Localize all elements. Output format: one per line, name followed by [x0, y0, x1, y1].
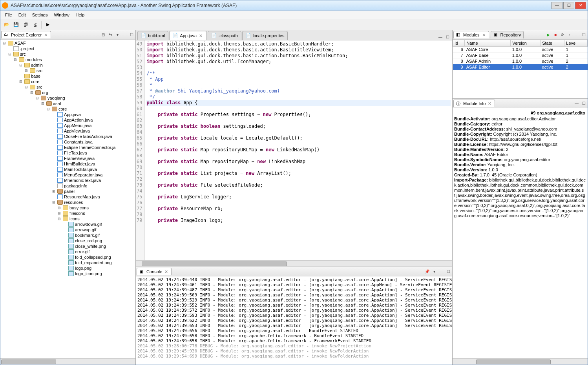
- editor-maximize-icon[interactable]: ☐: [444, 34, 451, 40]
- modules-tab[interactable]: ◧ Modules ✕: [453, 31, 489, 38]
- tree-node-appaction-java[interactable]: AppAction.java: [1, 117, 135, 123]
- maximize-view-icon[interactable]: ☐: [445, 269, 451, 275]
- maximize-view-icon[interactable]: ☐: [581, 100, 587, 107]
- tree-node-src[interactable]: ⊟src: [1, 51, 135, 57]
- tree-toggle-icon[interactable]: ⊞: [57, 206, 62, 210]
- tree-node-appmenu-java[interactable]: AppMenu.java: [1, 123, 135, 128]
- tree-node-close-red-png[interactable]: close_red.png: [1, 238, 135, 243]
- editor-tab-locale-properties[interactable]: 📄locale.properties: [242, 31, 288, 40]
- tree-node-busyicons[interactable]: ⊞busyicons: [1, 205, 135, 211]
- module-info-tab[interactable]: ⓘ Module Info ✕: [453, 100, 495, 107]
- collapse-all-icon[interactable]: ⊟: [100, 32, 106, 38]
- tree-node-fold-expanded-png[interactable]: fold_expanded.png: [1, 260, 135, 265]
- close-icon[interactable]: ✕: [164, 269, 169, 274]
- tree-node-org[interactable]: ⊟org: [1, 90, 135, 95]
- menu-window[interactable]: Window: [51, 12, 72, 18]
- project-explorer-tab[interactable]: 🗂 Project Explorer ✕: [1, 31, 51, 38]
- tree-node-modules[interactable]: ⊟modules: [1, 57, 135, 62]
- tree-node-resourcemap-java[interactable]: ResourceMap.java: [1, 194, 135, 200]
- console-menu-icon[interactable]: ▾: [431, 269, 437, 275]
- editor-tab-app-java[interactable]: 📄App.java✕: [169, 31, 207, 40]
- repository-tab[interactable]: ▣ Repository: [491, 31, 524, 38]
- tree-node-filetab-java[interactable]: FileTab.java: [1, 150, 135, 156]
- module-info-content[interactable]: #9 org.yaoqiang.asaf.edito Bundle-Activa…: [453, 108, 588, 358]
- tree-node-panel[interactable]: ⊞panel: [1, 189, 135, 194]
- tree-node-menuseparator-java[interactable]: MenuSeparator.java: [1, 172, 135, 178]
- tree-node-src[interactable]: ⊞src: [1, 68, 135, 73]
- minimize-view-icon[interactable]: —: [573, 32, 580, 38]
- tree-node-frameview-java[interactable]: FrameView.java: [1, 156, 135, 161]
- modules-table[interactable]: IdNameVersionStateLevel6ASAF Core1.0.0ac…: [453, 40, 588, 98]
- maximize-view-icon[interactable]: ☐: [581, 32, 587, 38]
- editor-tab-build-xml[interactable]: 📄build.xml: [137, 31, 168, 40]
- minimize-view-icon[interactable]: —: [121, 32, 128, 38]
- tree-node-constants-java[interactable]: Constants.java: [1, 139, 135, 145]
- maximize-view-icon[interactable]: ☐: [128, 32, 135, 38]
- tree-node-htmlbuilder-java[interactable]: HtmlBuilder.java: [1, 161, 135, 167]
- tree-toggle-icon[interactable]: ⊞: [24, 69, 29, 73]
- tree-node-admin[interactable]: ⊟admin: [1, 62, 135, 68]
- console-tab[interactable]: ▣ Console ✕: [137, 268, 172, 275]
- tree-node-fileicons[interactable]: ⊞fileicons: [1, 211, 135, 216]
- tree-node-appview-java[interactable]: AppView.java: [1, 128, 135, 134]
- tree-node-asaf[interactable]: ⊟asaf: [1, 101, 135, 106]
- editor-minimize-icon[interactable]: —: [437, 34, 444, 40]
- up-icon[interactable]: ↑: [566, 32, 573, 38]
- col-level[interactable]: Level: [564, 40, 588, 47]
- save-icon[interactable]: 💾: [12, 21, 20, 29]
- tree-node-bookmark-gif[interactable]: bookmark.gif: [1, 232, 135, 238]
- tree-toggle-icon[interactable]: ⊟: [46, 107, 51, 111]
- menu-file[interactable]: File: [2, 12, 15, 18]
- tree-node-maintoolbar-java[interactable]: MainToolBar.java: [1, 167, 135, 172]
- col-state[interactable]: State: [541, 40, 564, 47]
- tree-toggle-icon[interactable]: ⊟: [2, 41, 7, 45]
- tree-node-src[interactable]: ⊟src: [1, 84, 135, 90]
- code-editor[interactable]: 4950515253545556575859606162636465666768…: [136, 40, 452, 260]
- print-icon[interactable]: 🖨: [31, 21, 39, 29]
- tree-toggle-icon[interactable]: ⊞: [57, 211, 62, 215]
- maximize-button[interactable]: ☐: [563, 2, 574, 9]
- tree-node-app-java[interactable]: App.java: [1, 112, 135, 117]
- tree-node-fold-collapsed-png[interactable]: fold_collapsed.png: [1, 254, 135, 260]
- module-row-7[interactable]: 7ASAF Base1.0.0active1: [453, 53, 588, 58]
- tree-node-core[interactable]: ⊟core: [1, 79, 135, 84]
- tree-node-closefiletabsaction-java[interactable]: CloseFileTabsAction.java: [1, 134, 135, 139]
- open-icon[interactable]: 📂: [3, 21, 11, 29]
- tree-toggle-icon[interactable]: ⊟: [51, 200, 56, 204]
- console-output[interactable]: 2014.05.02 19:24:39:440 INFO - Module: o…: [136, 276, 452, 365]
- refresh-icon[interactable]: ⟳: [559, 32, 566, 38]
- close-icon[interactable]: ✕: [487, 101, 492, 106]
- tree-node-logo-png[interactable]: logo.png: [1, 265, 135, 271]
- view-menu-icon[interactable]: ▾: [114, 32, 121, 38]
- tree-node-core[interactable]: ⊟core: [1, 106, 135, 112]
- tree-node-close-white-png[interactable]: close_white.png: [1, 243, 135, 249]
- tree-toggle-icon[interactable]: ⊟: [13, 58, 18, 62]
- tree-node-yaoqiang[interactable]: ⊟yaoqiang: [1, 95, 135, 101]
- menu-settings[interactable]: Settings: [29, 12, 51, 18]
- module-row-6[interactable]: 6ASAF Core1.0.0active1: [453, 47, 588, 53]
- stop-icon[interactable]: ■: [552, 32, 559, 38]
- tree-node-arrowup-gif[interactable]: arrowup.gif: [1, 227, 135, 232]
- tree-toggle-icon[interactable]: ⊟: [40, 102, 45, 105]
- minimize-view-icon[interactable]: —: [438, 269, 444, 275]
- tree-node-error-gif[interactable]: error.gif: [1, 249, 135, 254]
- tree-node-icons[interactable]: ⊟icons: [1, 216, 135, 222]
- tree-node-eclipsethemeconnector-ja[interactable]: EclipseThemeConnector.ja: [1, 145, 135, 150]
- run-icon[interactable]: ▶: [44, 21, 52, 29]
- minimize-view-icon[interactable]: —: [573, 100, 580, 107]
- col-version[interactable]: Version: [511, 40, 541, 47]
- menu-edit[interactable]: Edit: [15, 12, 29, 18]
- close-button[interactable]: ✕: [575, 2, 586, 9]
- tree-toggle-icon[interactable]: ⊟: [29, 91, 34, 94]
- tree-node-base[interactable]: base: [1, 73, 135, 79]
- tree-toggle-icon[interactable]: ⊞: [51, 189, 56, 193]
- code-area[interactable]: import bibliothek.gui.dock.themes.basic.…: [145, 40, 452, 260]
- tree-toggle-icon[interactable]: ⊟: [18, 80, 23, 84]
- tree-node-mnemonictext-java[interactable]: MnemonicText.java: [1, 178, 135, 183]
- module-row-9[interactable]: 9ASAF Editor1.0.0active2: [453, 64, 588, 70]
- close-icon[interactable]: ✕: [198, 33, 203, 38]
- play-icon[interactable]: ▶: [545, 32, 551, 38]
- minimize-button[interactable]: —: [551, 2, 562, 9]
- tree-node-packageinfo[interactable]: packageinfo: [1, 183, 135, 189]
- menu-help[interactable]: Help: [73, 12, 88, 18]
